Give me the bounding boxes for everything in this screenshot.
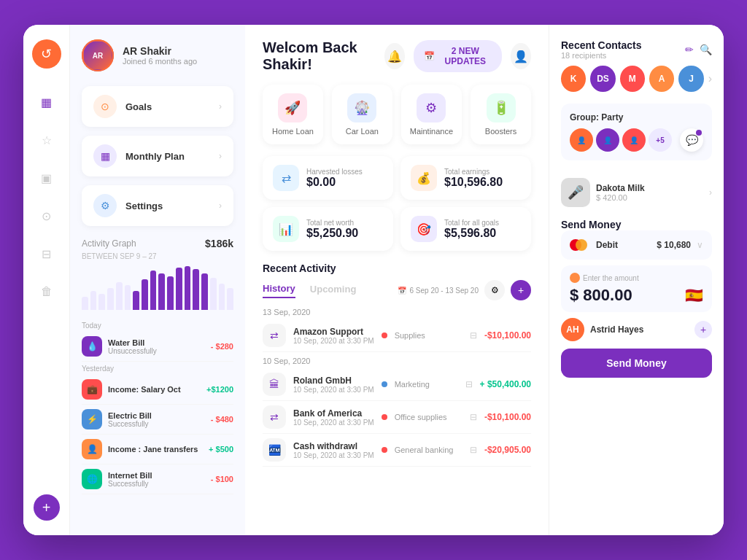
- amazon-filter-icon[interactable]: ⊟: [470, 330, 477, 341]
- logo-button[interactable]: ↺: [32, 39, 61, 69]
- group-avatar-1: 👤: [570, 128, 593, 152]
- avatar: AR: [82, 39, 114, 71]
- contact-avatar-2[interactable]: DS: [590, 66, 615, 92]
- jane-amount: + $500: [209, 445, 233, 454]
- contacts-chevron-icon[interactable]: ›: [708, 72, 712, 85]
- stats-grid: ⇄ Harvested losses $0.00 💰 Total earning…: [263, 156, 531, 251]
- boa-date: 10 Sep, 2020 at 3:30 PM: [293, 419, 374, 427]
- roland-category: Marketing: [395, 380, 458, 389]
- boa-name: Bank of America: [293, 408, 374, 419]
- message-notification-dot: [696, 130, 702, 136]
- car-loan-label: Car Loan: [346, 127, 379, 136]
- debit-dropdown-icon[interactable]: ∨: [697, 240, 703, 250]
- amazon-icon: ⇄: [263, 324, 286, 347]
- updates-button[interactable]: 📅 2 NEW UPDATES: [414, 40, 502, 72]
- nav-icon-star[interactable]: ☆: [35, 128, 58, 152]
- recipient-avatar: AH: [561, 318, 584, 341]
- nav-icon-grid[interactable]: ▣: [35, 166, 58, 190]
- roland-filter-icon[interactable]: ⊟: [465, 379, 473, 389]
- coin-icon: [570, 273, 580, 283]
- activity-graph-amount: $186k: [205, 238, 233, 249]
- add-button[interactable]: +: [34, 494, 60, 521]
- stat-goals: 🎯 Total for all goals $5,596.80: [400, 207, 531, 251]
- nav-icon-dashboard[interactable]: ▦: [35, 90, 58, 114]
- salary-icon: 💼: [82, 379, 102, 400]
- today-label: Today: [82, 322, 233, 330]
- add-recipient-button[interactable]: +: [694, 321, 712, 338]
- water-bill-amount: - $280: [211, 342, 233, 351]
- main-header: Welcom Back Shakir! 🔔 📅 2 NEW UPDATES 👤: [263, 39, 531, 73]
- qa-car-loan[interactable]: 🎡 Car Loan: [332, 85, 392, 144]
- main-container: ↺ ▦ ☆ ▣ ⊙ ⊟ 🗑 + AR AR Shakir Joined 6 mo…: [23, 25, 724, 535]
- message-button[interactable]: 💬: [680, 128, 703, 152]
- transaction-jane: 👤 Income : Jane transfers + $500: [82, 435, 233, 464]
- nav-icon-box[interactable]: ⊟: [35, 242, 58, 265]
- boosters-icon: 🔋: [487, 93, 516, 122]
- internet-icon: 🌐: [82, 469, 102, 489]
- harvested-label: Harvested losses: [306, 168, 363, 176]
- menu-item-monthly[interactable]: ▦ Monthly Plan ›: [82, 136, 233, 176]
- bar-4: [107, 288, 114, 310]
- send-money-button[interactable]: Send Money: [561, 349, 712, 378]
- networth-icon: 📊: [273, 216, 299, 242]
- menu-item-settings[interactable]: ⚙ Settings ›: [82, 185, 233, 226]
- activity-graph-period: BETWEEN SEP 9 – 27: [82, 252, 233, 260]
- cash-filter-icon[interactable]: ⊟: [470, 445, 477, 455]
- contacts-subtitle: 18 recipients: [561, 51, 641, 60]
- bar-17: [219, 284, 225, 310]
- activity-boa: ⇄ Bank of America 10 Sep, 2020 at 3:30 P…: [263, 401, 531, 434]
- profile-button[interactable]: 👤: [511, 43, 531, 69]
- bar-10: [158, 273, 165, 310]
- group-more: +5: [649, 128, 672, 152]
- recent-contacts-section: Recent Contacts 18 recipients ✏ 🔍 K DS M…: [561, 39, 712, 92]
- group-avatar-2: 👤: [596, 128, 619, 152]
- menu-item-goals[interactable]: ⊙ Goals ›: [82, 86, 233, 127]
- nav-icon-trash[interactable]: 🗑: [35, 280, 58, 303]
- date-sep10: 10 Sep, 2020: [263, 357, 531, 365]
- qa-home-loan[interactable]: 🚀 Home Loan: [263, 85, 323, 144]
- dakota-arrow-icon[interactable]: ›: [709, 187, 712, 198]
- water-bill-name: Water Bill: [108, 338, 205, 347]
- recipient-name: Astrid Hayes: [590, 324, 689, 335]
- edit-contacts-icon[interactable]: ✏: [685, 44, 694, 55]
- boa-filter-icon[interactable]: ⊟: [470, 412, 477, 422]
- group-avatars: 👤 👤 👤 +5: [570, 128, 672, 152]
- water-bill-details: Water Bill Unsuccessfully: [108, 338, 205, 355]
- tab-upcoming[interactable]: Upcoming: [310, 284, 357, 298]
- contact-avatar-3[interactable]: M: [620, 66, 645, 92]
- add-activity-button[interactable]: +: [511, 280, 531, 300]
- search-contacts-icon[interactable]: 🔍: [700, 44, 712, 55]
- bar-7: [133, 291, 139, 310]
- goals-label: Goals: [125, 101, 210, 112]
- filter-button[interactable]: ⚙: [484, 280, 505, 300]
- header-actions: 🔔 📅 2 NEW UPDATES 👤: [384, 40, 531, 72]
- contact-avatar-1[interactable]: K: [561, 66, 586, 92]
- contact-avatar-5[interactable]: J: [678, 66, 703, 92]
- contact-avatar-4[interactable]: A: [649, 66, 674, 92]
- amount-row: $ 800.00 🇪🇸: [570, 286, 703, 305]
- qa-boosters[interactable]: 🔋 Boosters: [471, 85, 531, 144]
- car-loan-icon: 🎡: [347, 93, 376, 122]
- internet-amount: - $100: [211, 475, 233, 483]
- dakota-amount: $ 420.00: [596, 193, 645, 202]
- amount-input-label: Enter the amount: [570, 273, 703, 283]
- user-name: AR Shakir: [123, 45, 197, 57]
- bar-6: [125, 285, 131, 310]
- cash-name: Cash withdrawl: [293, 441, 374, 451]
- group-section: Group: Party 👤 👤 👤 +5 💬: [561, 104, 712, 160]
- roland-dot: [382, 381, 387, 387]
- notification-button[interactable]: 🔔: [384, 43, 405, 69]
- settings-label: Settings: [125, 201, 210, 211]
- jane-details: Income : Jane transfers: [108, 445, 203, 454]
- amazon-dot: [382, 332, 387, 338]
- qa-maintenance[interactable]: ⚙ Maintinance: [401, 85, 462, 144]
- activity-tabs: History Upcoming 📅 6 Sep 20 - 13 Sep 20 …: [263, 280, 531, 300]
- nav-icon-circle[interactable]: ⊙: [35, 204, 58, 228]
- stat-earnings: 💰 Total earnings $10,596.80: [400, 156, 531, 200]
- internet-name: Internet Bill: [108, 471, 205, 480]
- date-sep13: 13 Sep, 2020: [263, 308, 531, 316]
- main-content: Welcom Back Shakir! 🔔 📅 2 NEW UPDATES 👤 …: [245, 25, 549, 535]
- transaction-water-bill: 💧 Water Bill Unsuccessfully - $280: [82, 332, 233, 362]
- amazon-name: Amazon Support: [293, 327, 374, 337]
- tab-history[interactable]: History: [263, 283, 295, 298]
